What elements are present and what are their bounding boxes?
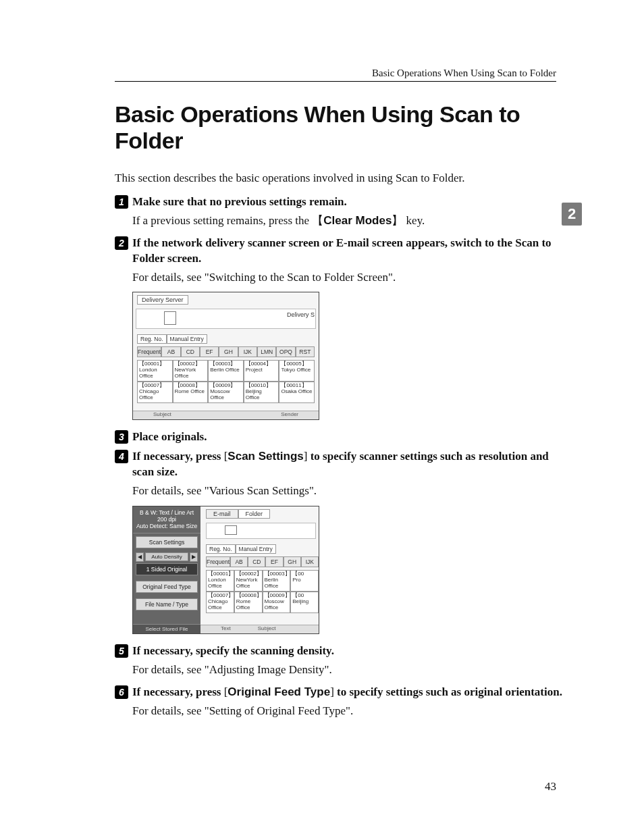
reg-no-button[interactable]: Reg. No. xyxy=(206,544,236,554)
mode-line: 200 dpi xyxy=(134,516,199,523)
clear-modes-key: Clear Modes xyxy=(312,214,403,227)
density-control: ◀ Auto Density ▶ xyxy=(136,552,198,562)
destination-button[interactable]: 【00 Pro xyxy=(290,570,319,592)
text-button[interactable]: Text xyxy=(221,625,231,633)
dest-row: 【00001】 London Office 【00002】 NewYork Of… xyxy=(137,360,315,382)
manual-entry-button[interactable]: Manual Entry xyxy=(236,544,276,554)
step-4-body: For details, see "Various Scan Settings"… xyxy=(132,483,563,499)
alpha-tab[interactable]: IJK xyxy=(238,346,257,357)
alpha-tab[interactable]: EF xyxy=(265,556,283,567)
scan-settings-button[interactable]: Scan Settings xyxy=(136,536,198,548)
step-4-title-a: If necessary, press xyxy=(132,450,224,463)
destination-button[interactable]: 【00005】 Tokyo Office xyxy=(279,360,315,382)
bottom-bar: Text Subject xyxy=(200,625,319,633)
alpha-tab[interactable]: RST xyxy=(296,346,315,357)
alpha-tabs: Frequent AB CD EF GH IJK xyxy=(206,556,319,567)
reg-row: Reg. No. Manual Entry xyxy=(137,334,207,344)
alpha-tab[interactable]: GH xyxy=(219,346,238,357)
step-2: 2 If the network delivery scanner screen… xyxy=(115,236,563,286)
alpha-tab[interactable]: GH xyxy=(284,556,301,567)
step-6: 6 If necessary, press Original Feed Type… xyxy=(115,685,563,719)
alpha-tab[interactable]: LMN xyxy=(257,346,276,357)
toolbar xyxy=(206,523,316,539)
density-down-icon[interactable]: ◀ xyxy=(136,552,144,562)
destination-button[interactable]: 【00004】 Project xyxy=(244,360,279,382)
destination-button[interactable]: 【00008】 Rome Office xyxy=(173,382,209,403)
sender-button[interactable]: Sender xyxy=(281,411,298,419)
mode-line: Auto Detect: Same Size xyxy=(134,523,199,529)
step-number-icon: 3 xyxy=(115,430,128,444)
dest-row: 【00001】 London Office 【00002】 NewYork Of… xyxy=(206,570,319,592)
destination-button[interactable]: 【00007】 Chicago Office xyxy=(206,592,234,613)
step-4: 4 If necessary, press Scan Settings to s… xyxy=(115,449,563,499)
delivery-server-tab[interactable]: Delivery Server xyxy=(137,295,188,305)
destination-button[interactable]: 【00002】 NewYork Office xyxy=(173,360,209,382)
step-1-title: Make sure that no previous settings rema… xyxy=(132,194,347,210)
step-number-icon: 5 xyxy=(115,644,128,658)
folder-icon xyxy=(225,525,237,535)
step-number-icon: 1 xyxy=(115,195,128,209)
reg-no-button[interactable]: Reg. No. xyxy=(137,334,167,344)
original-feed-type-button[interactable]: Original Feed Type xyxy=(136,581,198,593)
density-up-icon[interactable]: ▶ xyxy=(190,552,198,562)
destination-button[interactable]: 【00 Beijing xyxy=(290,592,319,613)
page-number: 43 xyxy=(545,780,556,793)
delivery-label: Delivery S xyxy=(287,311,315,318)
alpha-tab[interactable]: AB xyxy=(230,556,248,567)
select-stored-file-button[interactable]: Select Stored File xyxy=(133,624,200,633)
step-2-body: For details, see "Switching to the Scan … xyxy=(132,269,563,286)
alpha-tab[interactable]: IJK xyxy=(301,556,319,567)
destination-button[interactable]: 【00001】 London Office xyxy=(137,360,173,382)
scan-mode-display: B & W: Text / Line Art 200 dpi Auto Dete… xyxy=(133,506,200,533)
step-6-body: For details, see "Setting of Original Fe… xyxy=(132,703,563,719)
alpha-tabs: Frequent AB CD EF GH IJK LMN OPQ RST xyxy=(137,346,315,357)
right-panel: E-mail Folder Reg. No. Manual Entry Freq… xyxy=(200,506,319,633)
file-name-type-button[interactable]: File Name / Type xyxy=(136,598,198,610)
original-feed-type-key: Original Feed Type xyxy=(224,685,334,698)
destination-button[interactable]: 【00009】 Moscow Office xyxy=(263,592,291,613)
destination-button[interactable]: 【00008】 Rome Office xyxy=(234,592,263,613)
destination-button[interactable]: 【00007】 Chicago Office xyxy=(137,382,173,403)
reg-row: Reg. No. Manual Entry xyxy=(206,544,276,554)
bottom-bar: Subject Sender xyxy=(133,411,319,419)
running-head: Basic Operations When Using Scan to Fold… xyxy=(372,68,556,79)
left-panel: B & W: Text / Line Art 200 dpi Auto Dete… xyxy=(133,506,200,633)
folder-tab[interactable]: Folder xyxy=(238,509,271,519)
destination-button[interactable]: 【00002】 NewYork Office xyxy=(234,570,263,592)
alpha-tab[interactable]: Frequent xyxy=(206,556,230,567)
chapter-side-tab: 2 xyxy=(562,203,582,226)
subject-button[interactable]: Subject xyxy=(153,411,171,419)
step-3: 3 Place originals. xyxy=(115,429,563,445)
sided-original-button[interactable]: 1 Sided Original xyxy=(136,563,198,575)
alpha-tab[interactable]: EF xyxy=(200,346,219,357)
subject-button[interactable]: Subject xyxy=(258,625,276,633)
step-number-icon: 4 xyxy=(115,450,128,463)
step-5: 5 If necessary, specify the scanning den… xyxy=(115,644,563,678)
scan-settings-key: Scan Settings xyxy=(224,450,308,463)
alpha-tab[interactable]: CD xyxy=(248,556,265,567)
destination-button[interactable]: 【00010】 Beijing Office xyxy=(244,382,279,403)
destination-button[interactable]: 【00003】 Berlin Office xyxy=(263,570,291,592)
step-1-text-b: key. xyxy=(403,214,425,227)
delivery-server-screenshot: Delivery Server Delivery S Reg. No. Manu… xyxy=(132,292,319,420)
step-1-body: If a previous setting remains, press the… xyxy=(132,213,563,229)
manual-entry-button[interactable]: Manual Entry xyxy=(167,334,207,344)
dest-row: 【00007】 Chicago Office 【00008】 Rome Offi… xyxy=(206,592,319,613)
page: Basic Operations When Using Scan to Fold… xyxy=(0,0,644,834)
destination-button[interactable]: 【00001】 London Office xyxy=(206,570,234,592)
email-tab[interactable]: E-mail xyxy=(206,509,238,519)
auto-density-button[interactable]: Auto Density xyxy=(145,552,188,561)
step-6-title: If necessary, press Original Feed Type t… xyxy=(132,685,562,700)
intro-paragraph: This section describes the basic operati… xyxy=(115,172,563,185)
mode-line: B & W: Text / Line Art xyxy=(134,509,199,516)
destination-button[interactable]: 【00009】 Moscow Office xyxy=(208,382,244,403)
page-title: Basic Operations When Using Scan to Fold… xyxy=(115,101,563,154)
step-3-title: Place originals. xyxy=(132,429,207,445)
alpha-tab[interactable]: CD xyxy=(181,346,200,357)
alpha-tab[interactable]: Frequent xyxy=(137,346,161,357)
alpha-tab[interactable]: AB xyxy=(161,346,180,357)
destination-button[interactable]: 【00011】 Osaka Office xyxy=(279,382,315,403)
alpha-tab[interactable]: OPQ xyxy=(276,346,295,357)
step-6-title-a: If necessary, press xyxy=(132,685,224,698)
destination-button[interactable]: 【00003】 Berlin Office xyxy=(208,360,244,382)
